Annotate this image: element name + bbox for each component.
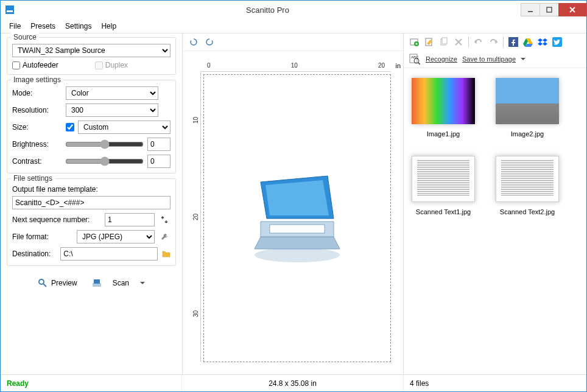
- contrast-label: Contrast:: [12, 157, 62, 166]
- brightness-value[interactable]: [147, 138, 170, 151]
- mode-label: Mode:: [12, 89, 62, 97]
- contrast-value[interactable]: [147, 155, 170, 168]
- image-settings-group: Image settings Mode: Color Resolution: 3…: [7, 80, 176, 173]
- dest-input[interactable]: [60, 247, 158, 261]
- seq-input[interactable]: [105, 213, 155, 226]
- format-settings-icon[interactable]: [158, 231, 170, 243]
- menu-presets[interactable]: Presets: [26, 19, 60, 33]
- autofeeder-checkbox[interactable]: Autofeeder: [12, 61, 58, 69]
- svg-line-22: [418, 63, 420, 65]
- google-drive-icon[interactable]: [522, 36, 534, 48]
- source-select[interactable]: TWAIN_32 Sample Source: [12, 44, 170, 57]
- menu-settings[interactable]: Settings: [60, 19, 96, 33]
- app-icon: [5, 5, 14, 14]
- template-label: Output file name template:: [12, 185, 170, 194]
- rotate-left-icon[interactable]: [188, 36, 200, 48]
- ruler-horizontal: 01020: [201, 62, 391, 72]
- file-settings-group: File settings Output file name template:…: [7, 178, 176, 266]
- svg-rect-9: [94, 279, 100, 284]
- scanner-placeholder-icon: [242, 164, 352, 273]
- thumb-label: Image1.jpg: [427, 130, 460, 138]
- thumbnail-area: Image1.jpg Image2.jpg Scanned Text1.jpg …: [404, 68, 586, 374]
- right-toolbar: [404, 33, 586, 51]
- file-settings-legend: File settings: [11, 174, 55, 183]
- svg-point-6: [39, 279, 44, 284]
- preview-panel: in 01020 102030: [182, 33, 404, 374]
- size-select[interactable]: Custom: [78, 121, 170, 134]
- delete-icon[interactable]: [452, 36, 465, 48]
- menu-help[interactable]: Help: [96, 19, 121, 33]
- thumb-label: Scanned Text1.jpg: [416, 208, 471, 215]
- preview-button[interactable]: Preview: [38, 278, 77, 288]
- dest-label: Destination:: [12, 250, 57, 258]
- source-group: Source TWAIN_32 Sample Source Autofeeder…: [7, 37, 176, 75]
- save-multipage-dropdown-icon[interactable]: [521, 57, 525, 61]
- undo-icon[interactable]: [473, 36, 485, 48]
- source-legend: Source: [11, 33, 39, 41]
- menubar: File Presets Settings Help: [1, 19, 586, 33]
- svg-rect-1: [7, 10, 13, 12]
- thumb-scanned-text1[interactable]: Scanned Text1.jpg: [410, 156, 477, 215]
- svg-rect-16: [442, 38, 447, 44]
- right-panel: ABC Recognize Save to multipage Image1.j…: [404, 33, 586, 374]
- svg-rect-0: [5, 5, 14, 14]
- close-button[interactable]: [558, 3, 586, 16]
- thumb-scanned-text2[interactable]: Scanned Text2.jpg: [494, 156, 561, 215]
- statusbar: Ready 24.8 x 35.08 in 4 files: [1, 374, 586, 391]
- minimize-button[interactable]: [521, 3, 540, 16]
- template-input[interactable]: [12, 196, 170, 209]
- image-settings-legend: Image settings: [11, 75, 63, 84]
- status-ready: Ready: [1, 375, 182, 391]
- menu-file[interactable]: File: [4, 19, 26, 33]
- thumb-label: Image2.jpg: [511, 130, 544, 138]
- magnifier-icon: [38, 278, 47, 288]
- resolution-select[interactable]: 300: [66, 103, 158, 117]
- scanner-icon: [92, 278, 102, 288]
- left-panel: Source TWAIN_32 Sample Source Autofeeder…: [1, 33, 182, 374]
- status-dimensions: 24.8 x 35.08 in: [182, 375, 404, 391]
- brightness-label: Brightness:: [12, 140, 62, 149]
- facebook-icon[interactable]: [507, 36, 519, 48]
- maximize-button[interactable]: [540, 3, 559, 16]
- brightness-slider[interactable]: [65, 139, 144, 149]
- seq-reset-icon[interactable]: [158, 214, 170, 226]
- mode-select[interactable]: Color: [66, 86, 158, 100]
- resolution-label: Resolution:: [12, 106, 62, 114]
- format-label: File format:: [12, 233, 73, 241]
- svg-rect-3: [547, 7, 552, 12]
- recognize-link[interactable]: Recognize: [426, 55, 457, 63]
- save-multipage-link[interactable]: Save to multipage: [462, 55, 516, 63]
- window-title: Scanitto Pro: [14, 5, 521, 15]
- add-image-icon[interactable]: [409, 36, 421, 48]
- preview-canvas[interactable]: [203, 74, 391, 362]
- ruler-vertical: 102030: [191, 72, 201, 362]
- ruler-unit: in: [395, 62, 401, 69]
- svg-rect-11: [270, 225, 325, 233]
- redo-icon[interactable]: [487, 36, 499, 48]
- duplex-checkbox: Duplex: [95, 61, 128, 69]
- format-select[interactable]: JPG (JPEG): [77, 230, 155, 243]
- scan-dropdown-icon[interactable]: [140, 281, 145, 285]
- titlebar: Scanitto Pro: [1, 1, 586, 19]
- thumb-label: Scanned Text2.jpg: [500, 208, 555, 215]
- svg-line-7: [43, 284, 46, 287]
- contrast-slider[interactable]: [65, 156, 144, 166]
- size-label: Size:: [12, 123, 62, 131]
- thumb-image2[interactable]: Image2.jpg: [494, 78, 561, 138]
- seq-label: Next sequence number:: [12, 215, 101, 224]
- scan-button[interactable]: Scan: [92, 278, 145, 288]
- size-crop-checkbox[interactable]: [66, 123, 74, 131]
- dropbox-icon[interactable]: [536, 36, 549, 48]
- rotate-right-icon[interactable]: [203, 36, 216, 48]
- edit-image-icon[interactable]: [423, 36, 435, 48]
- status-file-count: 4 files: [404, 375, 586, 391]
- recognize-icon: ABC: [409, 53, 421, 65]
- svg-point-10: [255, 248, 340, 262]
- copy-icon[interactable]: [438, 36, 450, 48]
- thumb-image1[interactable]: Image1.jpg: [410, 78, 477, 138]
- twitter-icon[interactable]: [551, 36, 563, 48]
- dest-browse-icon[interactable]: [161, 248, 170, 260]
